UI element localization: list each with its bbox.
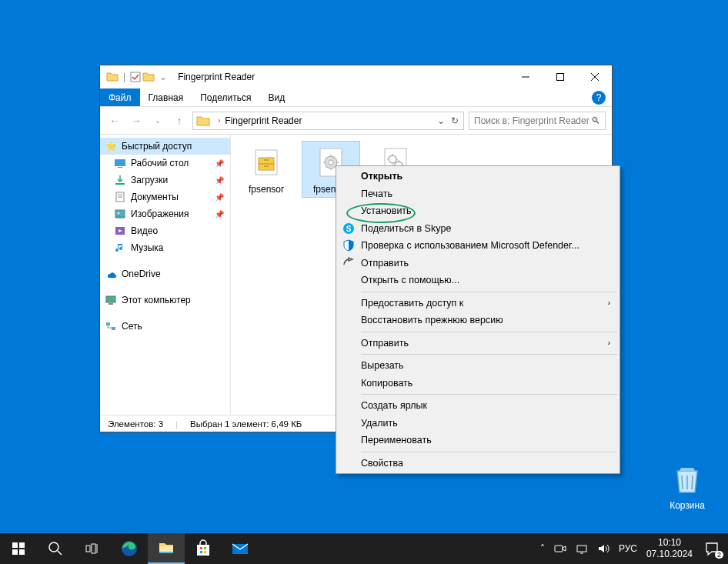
svg-point-10: [118, 212, 120, 215]
back-button[interactable]: ←: [106, 112, 123, 129]
music-icon: [114, 242, 126, 254]
tray-volume-icon[interactable]: [597, 542, 609, 555]
svg-rect-29: [12, 542, 18, 548]
tray-network-icon[interactable]: [576, 542, 588, 555]
tray-language[interactable]: РУС: [619, 543, 637, 554]
qat-chevron[interactable]: ⌄: [156, 72, 170, 82]
start-button[interactable]: [0, 533, 37, 564]
taskbar-clock[interactable]: 10:10 07.10.2024: [646, 537, 693, 560]
sidebar-music[interactable]: Музыка: [100, 239, 230, 256]
svg-rect-43: [204, 547, 206, 549]
ctx-delete[interactable]: Удалить: [338, 415, 618, 432]
address-bar: ← → ⌄ ↑ › Fingerprint Reader ⌄ ↻ Поиск в…: [100, 107, 612, 135]
ctx-cut[interactable]: Вырезать: [338, 357, 618, 375]
breadcrumb-bar[interactable]: › Fingerprint Reader ⌄ ↻: [192, 112, 464, 130]
desktop-icon-recyclebin[interactable]: Корзина: [660, 462, 714, 511]
pin-icon: 📌: [215, 176, 224, 185]
ctx-properties[interactable]: Свойства: [338, 455, 618, 472]
ctx-defender[interactable]: Проверка с использованием Microsoft Defe…: [338, 237, 618, 255]
pin-icon: 📌: [215, 193, 224, 202]
ctx-share[interactable]: Отправить: [338, 255, 618, 272]
pin-icon: 📌: [215, 159, 224, 168]
explorer-button[interactable]: [148, 533, 185, 564]
close-button[interactable]: [577, 65, 612, 88]
sidebar-desktop[interactable]: Рабочий стол📌: [100, 155, 230, 172]
ctx-install[interactable]: Установить: [338, 202, 618, 220]
ctx-copy[interactable]: Копировать: [338, 375, 618, 392]
ctx-skype[interactable]: SПоделиться в Skype: [338, 220, 618, 238]
sidebar-pictures[interactable]: Изображения📌: [100, 205, 230, 222]
up-button[interactable]: ↑: [171, 112, 188, 129]
svg-rect-40: [159, 552, 173, 553]
chevron-right-icon[interactable]: ›: [218, 116, 220, 125]
onedrive-icon: [105, 268, 117, 280]
svg-rect-2: [556, 74, 563, 81]
ctx-sendto[interactable]: Отправить›: [338, 335, 618, 352]
clock-time: 10:10: [646, 537, 693, 549]
ctx-grantaccess[interactable]: Предоставить доступ к›: [338, 295, 618, 312]
sidebar-videos[interactable]: Видео: [100, 222, 230, 239]
store-button[interactable]: [185, 533, 222, 564]
sidebar-documents[interactable]: Документы📌: [100, 189, 230, 205]
tray-chevron-up-icon[interactable]: ˄: [540, 543, 545, 554]
chevron-down-icon[interactable]: ⌄: [437, 115, 445, 126]
ctx-shortcut[interactable]: Создать ярлык: [338, 397, 618, 415]
edge-button[interactable]: [111, 533, 148, 564]
tray-meet-icon[interactable]: [554, 542, 566, 555]
breadcrumb-text[interactable]: Fingerprint Reader: [225, 115, 302, 126]
folder-icon: [106, 71, 119, 83]
refresh-icon[interactable]: ↻: [451, 115, 459, 126]
desktop-icon: [114, 157, 126, 169]
titlebar: | ⌄ Fingerprint Reader: [100, 65, 612, 88]
network-icon: [105, 320, 117, 332]
svg-rect-44: [200, 551, 202, 553]
search-input[interactable]: Поиск в: Fingerprint Reader 🔍︎: [469, 112, 606, 130]
tab-file[interactable]: Файл: [100, 88, 140, 106]
svg-rect-5: [115, 183, 125, 185]
pictures-icon: [114, 208, 126, 220]
help-icon[interactable]: ?: [592, 91, 606, 105]
ctx-restore[interactable]: Восстановить прежнюю версию: [338, 312, 618, 329]
tab-view[interactable]: Вид: [259, 88, 293, 106]
sidebar-onedrive[interactable]: OneDrive: [100, 265, 230, 282]
minimize-button[interactable]: [508, 65, 543, 88]
search-button[interactable]: [37, 533, 74, 564]
ctx-open[interactable]: Открыть: [338, 168, 618, 185]
mail-button[interactable]: [222, 533, 259, 564]
pin-icon: 📌: [215, 210, 224, 219]
sidebar-thispc[interactable]: Этот компьютер: [100, 292, 230, 309]
svg-rect-48: [577, 546, 586, 552]
svg-line-34: [58, 551, 62, 555]
sidebar-downloads[interactable]: Загрузки📌: [100, 172, 230, 189]
taskview-button[interactable]: [74, 533, 111, 564]
svg-point-23: [329, 160, 333, 165]
qat-checkbox-icon[interactable]: [130, 72, 141, 82]
svg-rect-4: [118, 167, 122, 168]
skype-icon: S: [342, 222, 355, 235]
videos-icon: [114, 225, 126, 237]
svg-rect-35: [86, 546, 90, 552]
downloads-icon: [114, 174, 126, 186]
ctx-openwith[interactable]: Открыть с помощью...: [338, 272, 618, 289]
cab-file-icon: [248, 144, 285, 181]
file-item[interactable]: fpsensor: [237, 141, 296, 198]
svg-rect-13: [109, 303, 113, 305]
notifications-button[interactable]: 2: [702, 539, 722, 559]
ctx-rename[interactable]: Переименовать: [338, 432, 618, 449]
maximize-button[interactable]: [543, 65, 577, 88]
forward-button[interactable]: →: [128, 112, 145, 129]
svg-rect-19: [264, 159, 269, 161]
recyclebin-label: Корзина: [660, 500, 714, 511]
ctx-print[interactable]: Печать: [338, 185, 618, 203]
sidebar-network[interactable]: Сеть: [100, 318, 230, 335]
file-label: fpsensor: [239, 184, 294, 195]
svg-rect-12: [106, 296, 115, 302]
pc-icon: [105, 294, 117, 306]
tab-share[interactable]: Поделиться: [192, 88, 259, 106]
svg-rect-20: [264, 165, 269, 167]
sidebar-quick-access[interactable]: ⭐Быстрый доступ: [100, 138, 230, 155]
recent-dropdown[interactable]: ⌄: [149, 112, 166, 129]
status-count: Элементов: 3: [108, 419, 163, 429]
share-icon: [342, 257, 355, 269]
tab-home[interactable]: Главная: [140, 88, 192, 106]
